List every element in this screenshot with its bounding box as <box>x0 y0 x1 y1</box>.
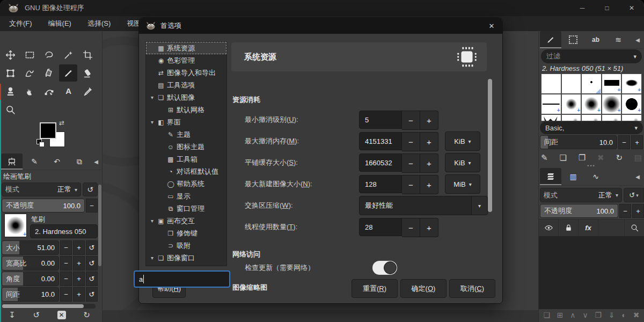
spin-value-input[interactable]: 4151331 <box>359 132 402 150</box>
brush-pixel[interactable] <box>582 74 601 93</box>
brush-hardness-100[interactable] <box>622 94 641 114</box>
move-tool[interactable] <box>1 46 19 63</box>
tab-channels[interactable]: ▥ <box>562 168 584 185</box>
brush-hardness-075[interactable] <box>602 94 621 114</box>
pref-image-window[interactable]: ▾ ❏ 图像窗口 <box>146 252 226 264</box>
spin-minus-button[interactable]: − <box>402 175 420 194</box>
open-brush-as-image-button[interactable]: ▤ <box>634 153 642 163</box>
pref-image-import-export[interactable]: ⇄ 图像导入和导出 <box>146 67 226 79</box>
paintbrush-tool[interactable] <box>59 64 77 82</box>
dock-collapse-icon[interactable]: ◀ <box>91 153 101 170</box>
spin-minus-button[interactable]: − <box>402 111 420 130</box>
spacing-increase-button[interactable]: + <box>631 135 643 149</box>
brush-ellipse[interactable] <box>622 74 641 93</box>
paths-tool[interactable] <box>40 83 58 100</box>
transform-tool[interactable] <box>1 64 19 82</box>
duplicate-layer-button[interactable]: ❐ <box>595 311 602 319</box>
pref-interface[interactable]: ▾ ◧ 界面 <box>146 116 226 128</box>
spin-plus-button[interactable]: + <box>420 153 438 173</box>
layers-list-empty[interactable] <box>539 236 644 309</box>
tab-patterns[interactable] <box>562 31 584 48</box>
opacity-decrease-button[interactable]: − <box>619 204 631 218</box>
minimize-button[interactable]: ─ <box>570 0 595 16</box>
slider-track[interactable]: 间距 10.0 <box>2 287 59 302</box>
text-tool[interactable] <box>59 83 77 100</box>
reset-button[interactable]: 重置(R) <box>352 279 398 298</box>
brush-texture-3[interactable] <box>602 115 621 121</box>
dialog-close-button[interactable]: ✕ <box>481 18 502 34</box>
tool-options-hscrollbar[interactable] <box>2 304 96 309</box>
spin-value-input[interactable]: 5 <box>359 111 402 129</box>
ok-button[interactable]: 确定(O) <box>400 279 447 298</box>
menu-select[interactable]: 选择(S) <box>79 16 119 31</box>
search-icon[interactable] <box>624 219 644 236</box>
value-dropdown[interactable]: 最好性能 ▾ <box>359 196 488 215</box>
pref-theme[interactable]: ✎ 主题 <box>146 128 226 141</box>
brush-filter-input[interactable]: 过滤 ▾ <box>541 49 642 63</box>
spacing-decrease-button[interactable]: − <box>618 135 630 149</box>
increase-button[interactable]: + <box>73 256 85 270</box>
pref-color-management[interactable]: ◉ 色彩管理 <box>146 54 226 67</box>
tree-search-input[interactable]: a <box>134 270 230 288</box>
opacity-increase-button[interactable]: + <box>632 204 644 218</box>
brush-texture-1[interactable] <box>562 115 581 121</box>
default-colors-icon[interactable] <box>36 139 44 147</box>
decrease-button[interactable]: − <box>60 240 72 255</box>
brush-blank-2[interactable] <box>562 74 581 93</box>
layer-opacity-slider[interactable]: 不透明度 100.0 <box>540 204 618 218</box>
smudge-tool[interactable] <box>20 83 39 100</box>
pref-tool-options[interactable]: ▤ 工具选项 <box>146 79 226 91</box>
menu-edit[interactable]: 编辑(E) <box>40 16 79 31</box>
slider-track[interactable]: 大小 51.00 <box>2 240 59 255</box>
mode-reset-button[interactable]: ↺ <box>83 182 98 196</box>
raise-layer-button[interactable]: ∧ <box>570 311 575 319</box>
clone-tool[interactable] <box>1 83 19 100</box>
pref-icon-theme[interactable]: ☺ 图标主题 <box>146 141 226 153</box>
dock-splitter-handle[interactable]: ••• <box>539 164 644 167</box>
pref-canvas-interaction[interactable]: ▾ ▣ 画布交互 <box>146 215 226 227</box>
delete-layer-button[interactable]: ✖ <box>633 311 640 319</box>
brush-texture-2[interactable] <box>582 115 601 121</box>
spin-value-input[interactable]: 28 <box>359 218 402 236</box>
brush-preview[interactable]: + <box>4 214 27 237</box>
unit-dropdown[interactable]: KiB▾ <box>445 131 480 151</box>
spin-plus-button[interactable]: + <box>420 175 438 194</box>
tool-options-vscrollbar[interactable] <box>98 185 101 266</box>
pref-dialog-defaults[interactable]: ◔ 对话框默认值 <box>146 165 226 178</box>
maximize-button[interactable]: □ <box>595 0 619 16</box>
layer-mode-select[interactable]: 模式 正常 ▾ <box>540 188 622 202</box>
new-brush-button[interactable]: ❏ <box>559 153 566 163</box>
tab-tool-options[interactable] <box>1 153 23 170</box>
duplicate-brush-button[interactable]: ❐ <box>579 153 586 163</box>
brush-collection-select[interactable]: Basic, ▾ <box>540 121 643 134</box>
tab-brushes[interactable] <box>540 31 561 48</box>
check-updates-toggle[interactable] <box>372 261 397 275</box>
brush-line[interactable] <box>541 94 561 114</box>
warp-tool[interactable] <box>20 64 39 82</box>
brush-hardness-050[interactable] <box>582 94 601 114</box>
pref-system-resources[interactable]: ▦ 系统资源 <box>146 42 226 54</box>
foreground-color-swatch[interactable] <box>40 122 56 139</box>
slider-track[interactable]: 角度 0.00 <box>2 272 59 286</box>
spin-minus-button[interactable]: − <box>402 218 420 237</box>
brush-shape[interactable] <box>541 115 561 121</box>
tab-layers[interactable] <box>540 168 561 185</box>
pref-display[interactable]: ▭ 显示 <box>146 190 226 202</box>
increase-button[interactable]: + <box>73 240 85 255</box>
fuzzy-select-tool[interactable] <box>59 46 77 63</box>
tab-gradients[interactable]: ≋ <box>608 31 629 48</box>
brush-spacing-slider[interactable]: 间距 10.0 <box>540 135 617 149</box>
crop-tool[interactable] <box>78 46 97 63</box>
lock-icon[interactable] <box>559 219 579 236</box>
reset-tool-options-button[interactable]: ↻ <box>83 310 90 320</box>
lower-layer-button[interactable]: ∨ <box>582 311 588 319</box>
delete-brush-button[interactable]: ✖ <box>597 153 604 163</box>
spin-plus-button[interactable]: + <box>420 218 438 237</box>
pref-default-grid[interactable]: ⊞ 默认网格 <box>146 104 226 116</box>
tab-device-status[interactable]: ✎ <box>24 153 45 170</box>
brush-blank-1[interactable] <box>541 74 561 93</box>
decrease-button[interactable]: − <box>60 256 72 270</box>
layer-mode-options-button[interactable]: ↺▾ <box>624 188 644 202</box>
reset-icon[interactable]: ↺ <box>86 240 98 255</box>
cancel-button[interactable]: 取消(C) <box>449 279 495 298</box>
